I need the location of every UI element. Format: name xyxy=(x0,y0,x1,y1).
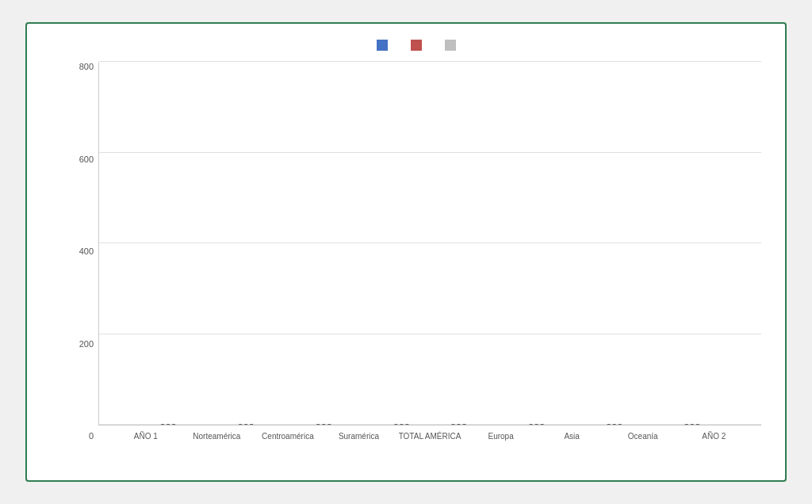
x-label-6: Asia xyxy=(536,432,607,441)
x-axis-labels: AÑO 1NorteaméricaCentroaméricaSuramérica… xyxy=(98,427,761,441)
x-label-5: Europa xyxy=(465,432,537,441)
bar-group-3 xyxy=(331,62,393,425)
x-label-4: TOTAL AMÉRICA xyxy=(394,432,465,441)
bar-group-0 xyxy=(119,62,160,425)
legend-negativo xyxy=(411,40,426,51)
legend-ano-color xyxy=(445,40,456,51)
bar-group-8 xyxy=(700,62,741,425)
y-label-0: 0 xyxy=(89,431,94,441)
chart-legend xyxy=(75,40,761,51)
x-label-0: AÑO 1 xyxy=(110,432,182,441)
bars-container xyxy=(99,62,761,425)
bar-group-1 xyxy=(176,62,238,425)
x-label-3: Suramérica xyxy=(324,432,395,441)
bar-group-7 xyxy=(622,62,684,425)
x-label-7: Oceanía xyxy=(607,432,679,441)
bar-group-2 xyxy=(254,62,316,425)
legend-positivo-color xyxy=(377,40,388,51)
y-label-600: 600 xyxy=(79,155,94,164)
y-label-800: 800 xyxy=(79,62,94,71)
plot-area xyxy=(98,62,761,426)
y-label-200: 200 xyxy=(79,339,94,349)
x-label-1: Norteamérica xyxy=(182,432,253,441)
bar-group-6 xyxy=(545,62,607,425)
bar-group-4 xyxy=(409,62,450,425)
y-axis: 800 600 400 200 0 xyxy=(75,62,98,441)
x-label-2: Centroamérica xyxy=(252,432,324,441)
legend-ano xyxy=(445,40,460,51)
legend-negativo-color xyxy=(411,40,422,51)
x-label-8: AÑO 2 xyxy=(679,432,750,441)
bar-group-5 xyxy=(467,62,529,425)
chart-container: 800 600 400 200 0 xyxy=(25,22,787,482)
y-label-400: 400 xyxy=(79,246,94,256)
legend-positivo xyxy=(377,40,392,51)
